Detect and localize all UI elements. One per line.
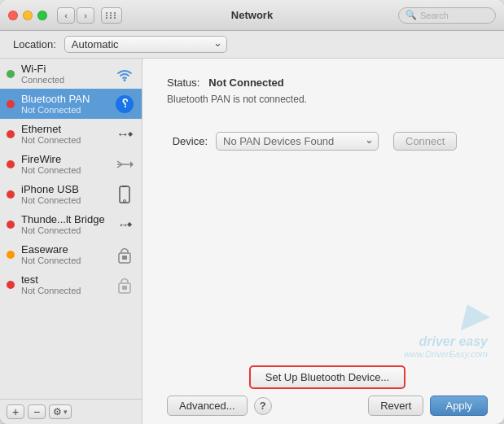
setup-bluetooth-button[interactable]: Set Up Bluetooth Device... xyxy=(249,365,405,389)
action-row: Advanced... ? Revert Apply xyxy=(167,396,488,416)
status-value: Not Connected xyxy=(208,76,283,89)
location-select[interactable]: Automatic xyxy=(64,36,227,53)
indicator-firewire xyxy=(7,160,15,168)
sidebar-item-firewire[interactable]: FireWire Not Connected xyxy=(0,149,142,179)
item-status-thunderbolt: Not Connected xyxy=(21,225,107,235)
indicator-wifi xyxy=(7,70,15,78)
location-select-wrapper: Automatic xyxy=(64,36,227,53)
item-name-bluetooth-pan: Bluetooth PAN xyxy=(21,93,107,105)
gear-icon: ⚙ xyxy=(53,406,62,417)
remove-network-button[interactable]: − xyxy=(28,404,46,419)
back-button[interactable]: ‹ xyxy=(57,7,75,24)
svg-rect-6 xyxy=(122,186,127,187)
status-label: Status: xyxy=(167,76,199,89)
indicator-test xyxy=(7,281,15,289)
item-status-wifi: Connected xyxy=(21,75,107,85)
sidebar-item-bluetooth-pan[interactable]: Bluetooth PAN Not Connected ␦ xyxy=(0,89,142,119)
search-icon: 🔍 xyxy=(405,10,417,20)
detail-panel: Status: Not Connected Bluetooth PAN is n… xyxy=(142,59,504,424)
item-name-firewire: FireWire xyxy=(21,153,107,165)
item-name-thunderbolt: Thunde...lt Bridge xyxy=(21,213,107,225)
device-select-wrapper: No PAN Devices Found xyxy=(216,132,379,151)
traffic-lights xyxy=(8,11,47,20)
indicator-ethernet xyxy=(7,130,15,138)
window-title: Network xyxy=(231,9,273,21)
bluetooth-icon: ␦ xyxy=(114,96,135,112)
item-status-firewire: Not Connected xyxy=(21,165,107,175)
svg-point-0 xyxy=(124,79,126,81)
help-button[interactable]: ? xyxy=(254,397,272,415)
sidebar-item-test[interactable]: test Not Connected xyxy=(0,269,142,299)
grid-button[interactable] xyxy=(101,7,122,24)
easeware-icon xyxy=(114,247,135,263)
sidebar-item-iphone-usb[interactable]: iPhone USB Not Connected xyxy=(0,179,142,209)
device-select[interactable]: No PAN Devices Found xyxy=(216,132,379,151)
item-name-wifi: Wi-Fi xyxy=(21,63,107,75)
sidebar: Wi-Fi Connected Bluetooth xyxy=(0,59,142,424)
search-box[interactable]: 🔍 Search xyxy=(398,7,496,24)
sidebar-item-wifi[interactable]: Wi-Fi Connected xyxy=(0,59,142,89)
svg-rect-11 xyxy=(122,286,127,290)
sidebar-footer: + − ⚙ ▾ xyxy=(0,399,142,424)
revert-button[interactable]: Revert xyxy=(368,396,423,416)
device-row: Device: No PAN Devices Found Connect xyxy=(167,132,488,151)
sidebar-item-easeware[interactable]: Easeware Not Connected xyxy=(0,239,142,269)
svg-rect-9 xyxy=(122,256,127,260)
close-button[interactable] xyxy=(8,11,18,20)
item-name-iphone-usb: iPhone USB xyxy=(21,183,107,195)
item-name-test: test xyxy=(21,273,107,286)
titlebar: ‹ › Network 🔍 Search xyxy=(0,0,504,31)
gear-button[interactable]: ⚙ ▾ xyxy=(49,404,72,419)
ethernet-icon: ↔ ◆ xyxy=(114,126,135,142)
sidebar-item-ethernet[interactable]: Ethernet Not Connected ↔ ◆ xyxy=(0,119,142,149)
setup-btn-row: Set Up Bluetooth Device... xyxy=(167,365,488,389)
firewire-icon xyxy=(114,156,135,173)
indicator-thunderbolt xyxy=(7,221,15,229)
item-status-ethernet: Not Connected xyxy=(21,135,107,145)
item-status-easeware: Not Connected xyxy=(21,256,107,265)
status-description: Bluetooth PAN is not connected. xyxy=(167,92,488,107)
iphone-icon xyxy=(114,186,135,203)
item-status-test: Not Connected xyxy=(21,286,107,295)
apply-button[interactable]: Apply xyxy=(430,396,488,416)
indicator-iphone-usb xyxy=(7,190,15,199)
forward-button[interactable]: › xyxy=(77,7,94,24)
maximize-button[interactable] xyxy=(37,11,47,20)
nav-buttons: ‹ › xyxy=(57,7,94,24)
connect-button[interactable]: Connect xyxy=(393,132,457,151)
minimize-button[interactable] xyxy=(23,11,33,20)
status-section: Status: Not Connected Bluetooth PAN is n… xyxy=(167,75,488,107)
advanced-button[interactable]: Advanced... xyxy=(167,396,248,416)
item-status-iphone-usb: Not Connected xyxy=(21,195,107,205)
test-icon xyxy=(114,277,135,293)
location-bar: Location: Automatic xyxy=(0,31,504,59)
svg-marker-4 xyxy=(130,161,134,168)
main-content: Wi-Fi Connected Bluetooth xyxy=(0,59,504,424)
wifi-icon xyxy=(114,66,135,82)
location-label: Location: xyxy=(13,38,56,50)
indicator-bluetooth-pan xyxy=(7,100,15,108)
device-label: Device: xyxy=(167,135,208,147)
item-status-bluetooth-pan: Not Connected xyxy=(21,105,107,115)
sidebar-item-thunderbolt[interactable]: Thunde...lt Bridge Not Connected ↔ ◆ xyxy=(0,209,142,239)
item-name-easeware: Easeware xyxy=(21,243,107,256)
thunderbolt-icon: ↔ ◆ xyxy=(114,216,135,233)
search-placeholder: Search xyxy=(420,11,449,20)
item-name-ethernet: Ethernet xyxy=(21,123,107,135)
svg-point-7 xyxy=(124,199,126,202)
window: ‹ › Network 🔍 Search Location: Automatic xyxy=(0,0,504,424)
indicator-easeware xyxy=(7,251,15,259)
add-network-button[interactable]: + xyxy=(7,404,24,419)
